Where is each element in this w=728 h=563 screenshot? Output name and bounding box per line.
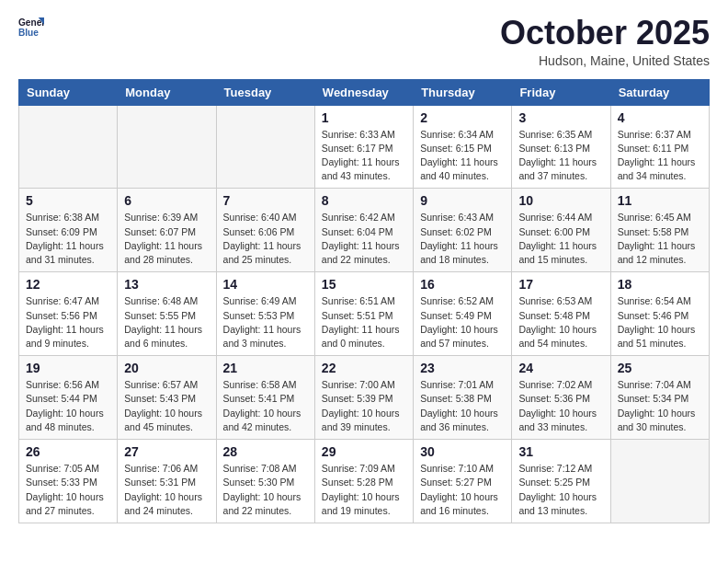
day-number: 7 (223, 193, 308, 208)
weekday-header-tuesday: Tuesday (216, 79, 314, 105)
day-info: Sunrise: 6:43 AMSunset: 6:02 PMDaylight:… (420, 211, 505, 267)
day-number: 21 (223, 361, 308, 375)
calendar-cell (118, 105, 216, 189)
day-number: 12 (26, 277, 110, 292)
day-info: Sunrise: 6:33 AMSunset: 6:17 PMDaylight:… (322, 128, 406, 184)
logo-icon: General Blue (18, 15, 44, 40)
day-info: Sunrise: 6:39 AMSunset: 6:07 PMDaylight:… (124, 211, 209, 267)
day-info: Sunrise: 6:57 AMSunset: 5:43 PMDaylight:… (124, 378, 209, 434)
calendar-cell: 10Sunrise: 6:44 AMSunset: 6:00 PMDayligh… (512, 189, 610, 272)
day-info: Sunrise: 6:35 AMSunset: 6:13 PMDaylight:… (518, 128, 603, 184)
day-info: Sunrise: 7:10 AMSunset: 5:27 PMDaylight:… (420, 462, 505, 518)
weekday-header-wednesday: Wednesday (314, 79, 413, 105)
day-info: Sunrise: 6:34 AMSunset: 6:15 PMDaylight:… (420, 128, 505, 184)
day-info: Sunrise: 6:45 AMSunset: 5:58 PMDaylight:… (618, 211, 702, 267)
day-info: Sunrise: 6:54 AMSunset: 5:46 PMDaylight:… (618, 294, 702, 350)
calendar-cell: 25Sunrise: 7:04 AMSunset: 5:34 PMDayligh… (610, 356, 709, 440)
day-info: Sunrise: 6:53 AMSunset: 5:48 PMDaylight:… (518, 294, 603, 350)
title-block: October 2025 Hudson, Maine, United State… (500, 15, 710, 68)
day-number: 24 (518, 361, 603, 375)
calendar-cell: 15Sunrise: 6:51 AMSunset: 5:51 PMDayligh… (314, 272, 413, 356)
weekday-header-thursday: Thursday (414, 79, 512, 105)
day-number: 29 (322, 444, 406, 459)
calendar-week-row: 5Sunrise: 6:38 AMSunset: 6:09 PMDaylight… (19, 189, 710, 272)
calendar-container: General Blue October 2025 Hudson, Maine,… (0, 0, 728, 538)
calendar-cell: 24Sunrise: 7:02 AMSunset: 5:36 PMDayligh… (512, 356, 610, 440)
day-number: 15 (322, 277, 406, 292)
day-number: 6 (124, 193, 209, 208)
day-number: 18 (618, 277, 702, 292)
calendar-cell: 20Sunrise: 6:57 AMSunset: 5:43 PMDayligh… (118, 356, 216, 440)
day-info: Sunrise: 7:00 AMSunset: 5:39 PMDaylight:… (322, 378, 406, 434)
calendar-cell: 11Sunrise: 6:45 AMSunset: 5:58 PMDayligh… (610, 189, 709, 272)
calendar-cell: 1Sunrise: 6:33 AMSunset: 6:17 PMDaylight… (314, 105, 413, 189)
calendar-cell: 23Sunrise: 7:01 AMSunset: 5:38 PMDayligh… (414, 356, 512, 440)
calendar-cell: 14Sunrise: 6:49 AMSunset: 5:53 PMDayligh… (216, 272, 314, 356)
calendar-cell: 6Sunrise: 6:39 AMSunset: 6:07 PMDaylight… (118, 189, 216, 272)
day-info: Sunrise: 7:04 AMSunset: 5:34 PMDaylight:… (618, 378, 702, 434)
day-info: Sunrise: 7:06 AMSunset: 5:31 PMDaylight:… (124, 462, 209, 518)
calendar-cell: 2Sunrise: 6:34 AMSunset: 6:15 PMDaylight… (414, 105, 512, 189)
day-number: 28 (223, 444, 308, 459)
day-info: Sunrise: 7:09 AMSunset: 5:28 PMDaylight:… (322, 462, 406, 518)
day-info: Sunrise: 6:58 AMSunset: 5:41 PMDaylight:… (223, 378, 308, 434)
calendar-cell: 3Sunrise: 6:35 AMSunset: 6:13 PMDaylight… (512, 105, 610, 189)
calendar-cell: 18Sunrise: 6:54 AMSunset: 5:46 PMDayligh… (610, 272, 709, 356)
calendar-cell: 19Sunrise: 6:56 AMSunset: 5:44 PMDayligh… (19, 356, 118, 440)
calendar-cell: 8Sunrise: 6:42 AMSunset: 6:04 PMDaylight… (314, 189, 413, 272)
day-number: 17 (518, 277, 603, 292)
day-info: Sunrise: 7:02 AMSunset: 5:36 PMDaylight:… (518, 378, 603, 434)
day-number: 13 (124, 277, 209, 292)
weekday-header-sunday: Sunday (19, 79, 118, 105)
calendar-cell: 13Sunrise: 6:48 AMSunset: 5:55 PMDayligh… (118, 272, 216, 356)
calendar-cell: 17Sunrise: 6:53 AMSunset: 5:48 PMDayligh… (512, 272, 610, 356)
day-info: Sunrise: 6:56 AMSunset: 5:44 PMDaylight:… (26, 378, 110, 434)
calendar-table: SundayMondayTuesdayWednesdayThursdayFrid… (18, 79, 710, 523)
calendar-cell: 30Sunrise: 7:10 AMSunset: 5:27 PMDayligh… (414, 440, 512, 523)
calendar-cell: 26Sunrise: 7:05 AMSunset: 5:33 PMDayligh… (19, 440, 118, 523)
calendar-cell: 7Sunrise: 6:40 AMSunset: 6:06 PMDaylight… (216, 189, 314, 272)
day-info: Sunrise: 6:47 AMSunset: 5:56 PMDaylight:… (26, 294, 110, 350)
calendar-cell: 16Sunrise: 6:52 AMSunset: 5:49 PMDayligh… (414, 272, 512, 356)
calendar-week-row: 26Sunrise: 7:05 AMSunset: 5:33 PMDayligh… (19, 440, 710, 523)
calendar-cell: 28Sunrise: 7:08 AMSunset: 5:30 PMDayligh… (216, 440, 314, 523)
day-number: 20 (124, 361, 209, 375)
svg-text:Blue: Blue (18, 28, 39, 38)
day-number: 31 (518, 444, 603, 459)
day-info: Sunrise: 6:51 AMSunset: 5:51 PMDaylight:… (322, 294, 406, 350)
calendar-week-row: 12Sunrise: 6:47 AMSunset: 5:56 PMDayligh… (19, 272, 710, 356)
calendar-cell: 29Sunrise: 7:09 AMSunset: 5:28 PMDayligh… (314, 440, 413, 523)
day-number: 19 (26, 361, 110, 375)
calendar-week-row: 1Sunrise: 6:33 AMSunset: 6:17 PMDaylight… (19, 105, 710, 189)
day-info: Sunrise: 7:01 AMSunset: 5:38 PMDaylight:… (420, 378, 505, 434)
day-number: 23 (420, 361, 505, 375)
day-number: 27 (124, 444, 209, 459)
calendar-cell: 9Sunrise: 6:43 AMSunset: 6:02 PMDaylight… (414, 189, 512, 272)
calendar-cell: 5Sunrise: 6:38 AMSunset: 6:09 PMDaylight… (19, 189, 118, 272)
day-number: 9 (420, 193, 505, 208)
day-number: 3 (518, 110, 603, 125)
weekday-header-monday: Monday (118, 79, 216, 105)
header: General Blue October 2025 Hudson, Maine,… (18, 15, 710, 68)
month-title: October 2025 (500, 15, 710, 52)
calendar-cell: 4Sunrise: 6:37 AMSunset: 6:11 PMDaylight… (610, 105, 709, 189)
calendar-cell (19, 105, 118, 189)
day-number: 25 (618, 361, 702, 375)
calendar-week-row: 19Sunrise: 6:56 AMSunset: 5:44 PMDayligh… (19, 356, 710, 440)
day-number: 4 (618, 110, 702, 125)
day-info: Sunrise: 6:42 AMSunset: 6:04 PMDaylight:… (322, 211, 406, 267)
day-info: Sunrise: 6:49 AMSunset: 5:53 PMDaylight:… (223, 294, 308, 350)
day-info: Sunrise: 6:48 AMSunset: 5:55 PMDaylight:… (124, 294, 209, 350)
day-number: 11 (618, 193, 702, 208)
day-info: Sunrise: 6:38 AMSunset: 6:09 PMDaylight:… (26, 211, 110, 267)
day-info: Sunrise: 6:37 AMSunset: 6:11 PMDaylight:… (618, 128, 702, 184)
weekday-header-friday: Friday (512, 79, 610, 105)
day-info: Sunrise: 6:52 AMSunset: 5:49 PMDaylight:… (420, 294, 505, 350)
calendar-cell (216, 105, 314, 189)
day-info: Sunrise: 7:12 AMSunset: 5:25 PMDaylight:… (518, 462, 603, 518)
day-info: Sunrise: 7:05 AMSunset: 5:33 PMDaylight:… (26, 462, 110, 518)
day-number: 10 (518, 193, 603, 208)
calendar-cell: 27Sunrise: 7:06 AMSunset: 5:31 PMDayligh… (118, 440, 216, 523)
location: Hudson, Maine, United States (500, 53, 710, 68)
day-info: Sunrise: 7:08 AMSunset: 5:30 PMDaylight:… (223, 462, 308, 518)
